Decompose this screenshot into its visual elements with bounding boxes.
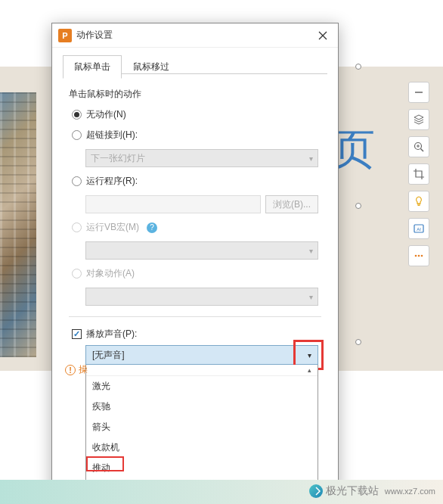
watermark-icon xyxy=(309,484,323,498)
checkbox-play-sound[interactable]: 播放声音(P): xyxy=(72,328,318,341)
minus-button[interactable] xyxy=(408,82,429,103)
svg-point-7 xyxy=(415,255,417,257)
radio-label: 无动作(N) xyxy=(86,108,126,121)
help-icon[interactable]: ? xyxy=(147,222,157,233)
group-label: 单击鼠标时的动作 xyxy=(69,88,321,101)
radio-label: 运行VB宏(M) xyxy=(86,221,139,234)
radio-no-action[interactable]: 无动作(N) xyxy=(72,108,318,121)
checkbox-icon xyxy=(72,329,82,339)
sound-selected-value: [无声音] xyxy=(92,349,125,362)
bulb-button[interactable] xyxy=(408,191,429,212)
layers-button[interactable] xyxy=(408,109,429,130)
radio-icon xyxy=(72,176,82,186)
watermark: 极光下载站 www.xz7.com xyxy=(309,484,435,498)
radio-run-program[interactable]: 运行程序(R): xyxy=(72,175,318,188)
sound-select[interactable]: [无声音] ▾ xyxy=(85,345,318,365)
sound-option[interactable]: 疾驰 xyxy=(86,397,318,417)
side-toolbar: AI xyxy=(408,82,429,266)
radio-run-macro: 运行VB宏(M) ? xyxy=(72,221,318,234)
action-settings-dialog: P 动作设置 鼠标单击 鼠标移过 单击鼠标时的动作 无动作(N) 超链接到(H)… xyxy=(51,23,339,498)
action-hint[interactable]: ! 操 xyxy=(65,363,88,376)
slide-title-fragment: 页 xyxy=(333,121,376,179)
svg-point-9 xyxy=(421,255,423,257)
chevron-down-icon: ▾ xyxy=(309,154,313,163)
tab-mouse-click[interactable]: 鼠标单击 xyxy=(63,55,122,79)
close-button[interactable] xyxy=(314,26,332,45)
dialog-content: 单击鼠标时的动作 无动作(N) 超链接到(H): 下一张幻灯片 ▾ 运行程序(R… xyxy=(52,79,338,504)
ai-button[interactable]: AI xyxy=(408,218,429,239)
crop-button[interactable] xyxy=(408,163,429,185)
chevron-down-icon: ▾ xyxy=(309,293,313,301)
radio-label: 对象动作(A) xyxy=(86,267,135,280)
radio-icon xyxy=(72,130,82,140)
svg-point-8 xyxy=(418,255,420,257)
dialog-titlebar: P 动作设置 xyxy=(52,23,338,48)
checkbox-label: 播放声音(P): xyxy=(86,328,137,341)
chevron-down-icon: ▾ xyxy=(309,247,313,255)
hyperlink-select: 下一张幻灯片 ▾ xyxy=(85,149,318,167)
sound-option-highlighted[interactable]: 推动 xyxy=(86,458,318,478)
dialog-tabs: 鼠标单击 鼠标移过 xyxy=(63,55,327,79)
more-button[interactable] xyxy=(408,245,429,266)
sound-option[interactable]: 收款机 xyxy=(86,437,318,458)
scroll-up-icon[interactable]: ▴ xyxy=(86,365,318,376)
dialog-title: 动作设置 xyxy=(76,29,314,42)
radio-label: 运行程序(R): xyxy=(86,175,138,188)
app-icon: P xyxy=(58,29,72,42)
object-action-select: ▾ xyxy=(85,288,318,306)
macro-select: ▾ xyxy=(85,241,318,260)
program-path-input xyxy=(85,195,261,213)
radio-label: 超链接到(H): xyxy=(86,129,138,142)
tab-mouse-hover[interactable]: 鼠标移过 xyxy=(122,55,181,79)
zoom-in-button[interactable] xyxy=(408,136,429,157)
sound-option[interactable]: 激光 xyxy=(86,376,318,397)
svg-text:AI: AI xyxy=(417,227,421,232)
info-icon: ! xyxy=(65,365,76,375)
radio-object-action: 对象动作(A) xyxy=(72,267,318,280)
browse-button: 浏览(B)... xyxy=(265,195,318,213)
sound-option[interactable]: 箭头 xyxy=(86,417,318,437)
radio-icon xyxy=(72,269,82,278)
radio-hyperlink[interactable]: 超链接到(H): xyxy=(72,129,318,142)
radio-icon xyxy=(72,110,82,120)
slide-image-left xyxy=(0,92,36,357)
chevron-down-icon: ▾ xyxy=(308,351,311,359)
divider xyxy=(69,316,321,317)
radio-icon xyxy=(72,222,82,232)
watermark-url: www.xz7.com xyxy=(385,487,435,496)
svg-line-2 xyxy=(421,149,424,152)
